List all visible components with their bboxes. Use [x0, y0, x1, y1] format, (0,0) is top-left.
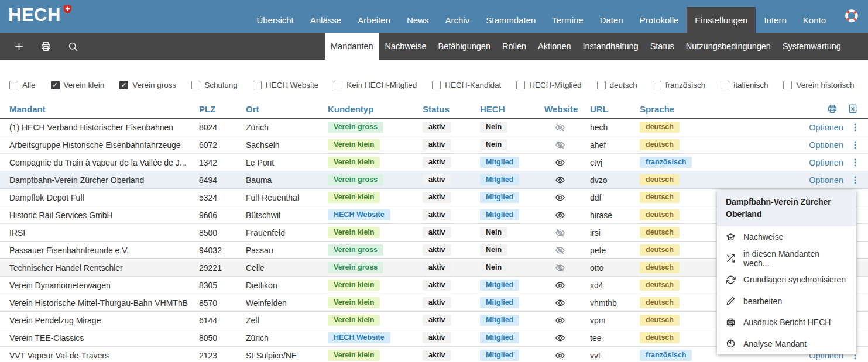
table-row[interactable]: Dampfbahn-Verein Zürcher Oberland8494Bau…	[0, 171, 868, 189]
cell-mandant: (1) HECH Verband Historischer Eisenbahne…	[0, 123, 199, 132]
tab-befähigungen[interactable]: Befähigungen	[432, 33, 496, 60]
filter-hech-website[interactable]: HECH Website	[253, 81, 319, 89]
filter-verein-klein[interactable]: Verein klein	[51, 81, 105, 89]
filter-label: HECH Website	[266, 81, 319, 89]
cell-hech: Mitglied	[480, 315, 544, 326]
cell-kundentyp: HECH Website	[328, 332, 423, 344]
eye-icon[interactable]	[555, 280, 565, 291]
filter-verein-historisch[interactable]: Verein historisch	[783, 81, 854, 89]
top-nav-item-übersicht[interactable]: Übersicht	[248, 7, 301, 33]
top-nav-item-news[interactable]: News	[399, 7, 437, 33]
filter-checkbox-hech-kandidat[interactable]	[432, 81, 441, 89]
certificate-icon	[726, 232, 736, 242]
table-row[interactable]: Compagnie du Train à vapeur de la Vallée…	[0, 154, 868, 171]
tab-status[interactable]: Status	[644, 33, 680, 60]
column-header-website: Website	[544, 104, 590, 114]
status-badge: aktiv	[423, 280, 451, 291]
top-nav-item-daten[interactable]: Daten	[592, 7, 632, 33]
tab-nachweise[interactable]: Nachweise	[379, 33, 433, 60]
kebab-icon[interactable]	[850, 140, 860, 150]
filter-italienisch[interactable]: italienisch	[721, 81, 768, 89]
cell-kundentyp: Verein gross	[328, 174, 423, 186]
eye-icon[interactable]	[555, 157, 565, 168]
table-row[interactable]: (1) HECH Verband Historischer Eisenbahne…	[0, 119, 868, 136]
filter-deutsch[interactable]: deutsch	[597, 81, 637, 89]
filter-checkbox-hech-mitglied[interactable]	[516, 81, 525, 89]
kebab-icon[interactable]	[850, 157, 860, 168]
cell-ort: Zürich	[246, 123, 328, 132]
top-nav-item-einstellungen[interactable]: Einstellungen	[687, 7, 756, 33]
top-nav-item-archiv[interactable]: Archiv	[437, 7, 478, 33]
context-menu-item-analyse-mandant[interactable]: Analyse Mandant	[717, 333, 856, 355]
top-nav-item-intern[interactable]: Intern	[756, 7, 794, 33]
top-nav-item-anlässe[interactable]: Anlässe	[302, 7, 349, 33]
eye-off-icon[interactable]	[555, 122, 565, 133]
excel-icon[interactable]	[848, 104, 858, 114]
eye-off-icon[interactable]	[555, 263, 565, 273]
printer-icon[interactable]	[827, 104, 838, 114]
kebab-icon[interactable]	[850, 122, 860, 133]
filter-hech-kandidat[interactable]: HECH-Kandidat	[432, 81, 501, 89]
eye-off-icon[interactable]	[555, 245, 565, 256]
filter-hech-mitglied[interactable]: HECH-Mitglied	[516, 81, 581, 89]
tab-rollen[interactable]: Rollen	[496, 33, 532, 60]
filter-checkbox-deutsch[interactable]	[597, 81, 606, 89]
eye-icon[interactable]	[555, 333, 565, 343]
filter-verein-gross[interactable]: Verein gross	[119, 81, 176, 89]
tab-systemwartung[interactable]: Systemwartung	[777, 33, 847, 60]
context-menu-item-grundlagen-synchronisieren[interactable]: Grundlagen synchronisieren	[717, 269, 856, 291]
eye-icon[interactable]	[555, 350, 565, 361]
options-link[interactable]: Optionen	[809, 158, 843, 167]
eye-icon[interactable]	[555, 175, 565, 185]
cell-sprache: deutsch	[640, 297, 728, 309]
filter-checkbox-hech-website[interactable]	[253, 81, 262, 89]
options-link[interactable]: Optionen	[809, 175, 843, 185]
kundentyp-badge: HECH Website	[328, 209, 390, 221]
tab-mandanten[interactable]: Mandanten	[325, 33, 379, 60]
context-menu-item-nachweise[interactable]: Nachweise	[717, 226, 856, 248]
filter-checkbox-kein-hech-mitglied[interactable]	[334, 81, 342, 89]
context-menu-item-in-diesen-mandanten-wech[interactable]: in diesen Mandanten wech...	[717, 248, 856, 270]
column-header-hech: HECH	[480, 104, 544, 114]
filter-schulung[interactable]: Schulung	[191, 81, 237, 89]
printer-icon[interactable]	[40, 41, 52, 52]
eye-off-icon[interactable]	[555, 227, 565, 238]
filter-checkbox-schulung[interactable]	[191, 81, 200, 89]
top-nav-item-konto[interactable]: Konto	[795, 7, 834, 33]
top-nav-item-stammdaten[interactable]: Stammdaten	[478, 7, 544, 33]
filter-checkbox-französisch[interactable]	[653, 81, 661, 89]
filter-checkbox-verein-historisch[interactable]	[783, 81, 792, 89]
kebab-icon[interactable]	[850, 175, 860, 185]
filter-checkbox-verein-klein[interactable]	[51, 81, 60, 89]
cell-status: aktiv	[423, 157, 480, 168]
plus-icon[interactable]	[13, 41, 25, 52]
hech-badge: Nein	[480, 122, 507, 133]
tab-instandhaltung[interactable]: Instandhaltung	[577, 33, 644, 60]
eye-icon[interactable]	[555, 315, 565, 326]
filter-checkbox-italienisch[interactable]	[721, 81, 729, 89]
filter-kein-hech-mitglied[interactable]: Kein HECH-Mitglied	[334, 81, 417, 89]
eye-icon[interactable]	[555, 210, 565, 220]
tab-aktionen[interactable]: Aktionen	[532, 33, 577, 60]
table-row[interactable]: Arbeitsgruppe Historische Eisenbahnfahrz…	[0, 136, 868, 154]
context-menu-item-ausdruck-bericht-hech[interactable]: Ausdruck Bericht HECH	[717, 312, 856, 333]
top-nav-item-termine[interactable]: Termine	[544, 7, 591, 33]
eye-icon[interactable]	[555, 298, 565, 308]
filter-alle[interactable]: Alle	[9, 81, 36, 89]
cell-website	[544, 139, 590, 150]
context-menu-item-bearbeiten[interactable]: bearbeiten	[717, 291, 856, 312]
context-menu-item-label: Nachweise	[743, 232, 783, 242]
life-ring-icon[interactable]	[845, 9, 859, 23]
options-link[interactable]: Optionen	[809, 140, 843, 150]
top-nav-item-arbeiten[interactable]: Arbeiten	[349, 7, 399, 33]
tab-nutzungsbedingungen[interactable]: Nutzungsbedingungen	[680, 33, 777, 60]
filter-checkbox-alle[interactable]	[9, 81, 18, 89]
hech-badge: Mitglied	[480, 192, 519, 204]
search-icon[interactable]	[67, 41, 78, 52]
filter-französisch[interactable]: französisch	[653, 81, 705, 89]
top-nav-item-protokolle[interactable]: Protokolle	[632, 7, 687, 33]
filter-checkbox-verein-gross[interactable]	[119, 81, 128, 89]
eye-icon[interactable]	[555, 192, 565, 203]
eye-off-icon[interactable]	[555, 140, 565, 150]
options-link[interactable]: Optionen	[809, 123, 843, 132]
